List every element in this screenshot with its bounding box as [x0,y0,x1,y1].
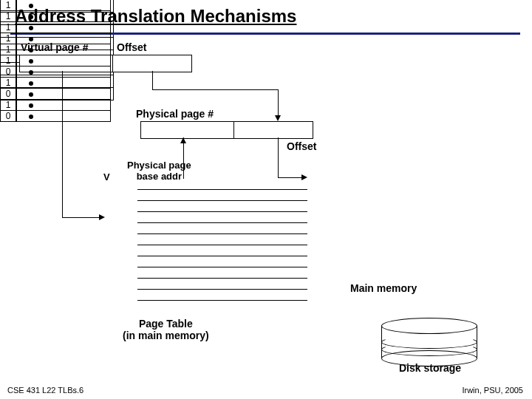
page-table-valid-cell: 0 [0,88,16,100]
line-offset-down [152,71,153,89]
page-table-base-cell [16,77,111,89]
page-table-valid-cell: 1 [0,21,16,33]
label-v-header: V [103,171,110,183]
page-table-base-cell [16,0,111,11]
page-table-valid-cell: 1 [0,33,16,44]
page-table-valid-cell: 1 [0,55,16,66]
label-offset-top: Offset [117,41,146,53]
arrowhead-offset [275,115,281,121]
label-offset-mid: Offset [287,140,316,152]
page-table-base-cell [16,10,111,22]
disk-icon [381,318,476,365]
page-table-valid-cell: 1 [0,0,16,11]
page-table-base-cell [16,88,111,100]
line-pa-to-mm-v [278,137,279,177]
line-offset-across [152,89,278,90]
arrowhead-ppn [180,137,186,143]
page-table-valid-cell: 1 [0,77,16,89]
arrowhead-vpn [99,214,105,220]
page-table-base-cell [16,110,111,122]
page-table-base-cell [16,99,111,111]
page-table-valid-cell: 1 [0,99,16,111]
line-offset-into-pa [278,89,279,115]
line-vpn-into-pt [62,217,99,218]
page-table-base-cell [16,21,111,33]
page-table-valid-cell: 0 [0,110,16,122]
arrowhead-into-mm [301,174,307,180]
label-main-memory: Main memory [350,282,417,294]
page-table-base-cell [16,55,111,66]
label-disk-storage: Disk storage [399,362,461,374]
physical-address-box [140,121,313,139]
footer-right: Irwin, PSU, 2005 [462,386,523,395]
page-table-base-cell [16,33,111,44]
label-physical-page-num: Physical page # [136,108,214,120]
label-ppba-header: Physical page base addr [127,160,191,182]
page-table-base-cell [16,44,111,55]
page-table-valid-cell: 1 [0,10,16,22]
footer-left: CSE 431 L22 TLBs.6 [7,386,83,395]
line-pa-to-mm-h [278,177,304,178]
label-page-table-caption: Page Table (in main memory) [123,318,209,341]
page-table-valid-cell: 1 [0,44,16,55]
page-table-base-cell [16,66,111,78]
page-table-valid-cell: 0 [0,66,16,78]
